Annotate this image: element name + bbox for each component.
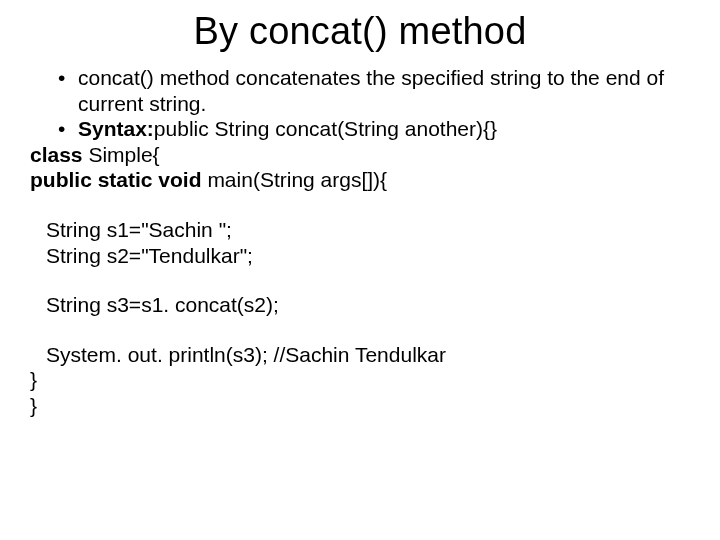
bullet-item: Syntax:public String concat(String anoth… (58, 116, 690, 142)
code-line: String s2="Tendulkar"; (46, 243, 690, 269)
code-line: String s3=s1. concat(s2); (46, 292, 690, 318)
bullet-text: concat() method concatenates the specifi… (78, 66, 664, 115)
code-text: Simple{ (88, 143, 159, 166)
code-line: } (30, 367, 690, 393)
code-line: class Simple{ (30, 142, 690, 168)
bullet-bold: Syntax: (78, 117, 154, 140)
keyword: class (30, 143, 88, 166)
blank-line (30, 318, 690, 342)
code-text: main(String args[]){ (207, 168, 387, 191)
slide-title: By concat() method (30, 10, 690, 53)
slide-body: concat() method concatenates the specifi… (30, 65, 690, 419)
code-line: String s1="Sachin "; (46, 217, 690, 243)
code-line: } (30, 393, 690, 419)
bullet-list: concat() method concatenates the specifi… (58, 65, 690, 142)
blank-line (30, 193, 690, 217)
code-line: System. out. println(s3); //Sachin Tendu… (46, 342, 690, 368)
bullet-item: concat() method concatenates the specifi… (58, 65, 690, 116)
bullet-text: public String concat(String another){} (154, 117, 497, 140)
code-line: public static void main(String args[]){ (30, 167, 690, 193)
keyword: public static void (30, 168, 207, 191)
blank-line (30, 268, 690, 292)
slide: By concat() method concat() method conca… (0, 0, 720, 540)
